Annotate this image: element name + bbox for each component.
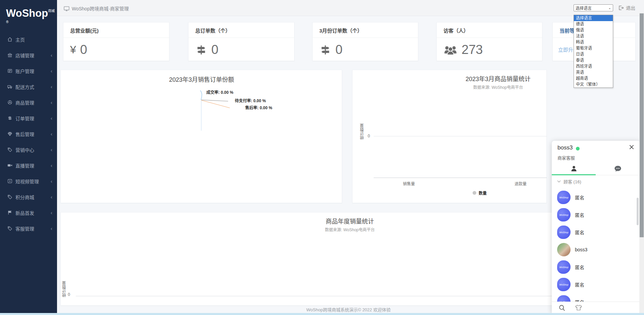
sidebar-item-label: 订单管理: [15, 115, 34, 122]
sidebar-item-order-mgmt[interactable]: 订单管理 ‹: [0, 110, 57, 126]
language-option[interactable]: 选择语言: [574, 15, 613, 21]
stat-number: 0: [211, 43, 218, 57]
list-item[interactable]: WoShop 匿名: [552, 189, 640, 206]
page-scrollbar[interactable]: [639, 13, 644, 313]
gem-icon: [7, 131, 12, 136]
sidebar-item-label: 账户管理: [15, 68, 34, 74]
monthly-category-refunds: 退款量: [515, 181, 527, 186]
stat-label: 访客（人）: [437, 22, 542, 38]
sidebar-item-new-launch[interactable]: 新品首发 ‹: [0, 205, 57, 220]
language-option[interactable]: 法语: [574, 33, 613, 39]
chevron-left-icon: ‹: [51, 115, 52, 121]
avatar: WoShop: [557, 295, 571, 302]
language-option[interactable]: 韩语: [574, 39, 613, 45]
monthly-y-tick: 0: [365, 134, 370, 138]
stat-value: 0: [189, 38, 294, 62]
list-item[interactable]: WoShop 匿名: [552, 258, 640, 276]
chat-scrollbar-thumb[interactable]: [637, 198, 639, 225]
chat-member-list: WoShop 匿名 WoShop 匿名 WoShop 匿名 boss3 WoSh…: [552, 189, 640, 302]
language-option[interactable]: 英语: [574, 69, 613, 75]
legend-marker: [473, 191, 476, 195]
language-option[interactable]: 中文（繁体）: [574, 81, 613, 87]
stat-value: ¥ 0: [63, 38, 169, 62]
language-option[interactable]: 泰语: [574, 57, 613, 63]
chat-toolbar: [552, 302, 640, 313]
language-option[interactable]: 越南语: [574, 75, 613, 81]
sidebar-item-account-mgmt[interactable]: 账户管理 ‹: [0, 63, 57, 79]
stat-value: 0: [313, 38, 418, 62]
sidebar-item-label: 店铺管理: [15, 52, 34, 59]
online-status-dot: [576, 147, 580, 150]
member-name: 匿名: [575, 281, 584, 288]
language-select[interactable]: 选择语言 ⌄: [574, 4, 613, 11]
page-scrollbar-thumb[interactable]: [640, 13, 644, 237]
chevron-left-icon: ‹: [51, 178, 52, 184]
sidebar-item-shop-mgmt[interactable]: 店铺管理 ‹: [0, 47, 57, 63]
active-tab-indicator: [552, 174, 596, 175]
pie-label-deal-rate: 成交率: 0.00 %: [206, 89, 233, 95]
language-option[interactable]: 西班牙语: [574, 63, 613, 69]
chevron-left-icon: ‹: [51, 100, 52, 105]
logout-button[interactable]: 退出: [618, 4, 635, 11]
sidebar-item-aftersale-mgmt[interactable]: 售后管理 ‹: [0, 126, 57, 142]
pie-label-aftersale-rate: 售后率: 0.00 %: [245, 105, 272, 110]
sidebar-item-label: 积分商城: [15, 194, 34, 200]
close-icon[interactable]: [629, 144, 635, 150]
chat-username: boss3: [557, 144, 573, 151]
chat-bubble-icon: [614, 165, 622, 172]
member-name: 匿名: [575, 194, 584, 201]
tab-contacts[interactable]: [552, 162, 596, 175]
language-option[interactable]: 俄语: [574, 27, 613, 33]
monthly-chart-subtitle: 数据来源: WoShop电商平台: [448, 84, 548, 90]
stat-number: 0: [335, 43, 342, 57]
sidebar-item-home[interactable]: 主页: [0, 32, 57, 47]
avatar: WoShop: [557, 226, 571, 239]
member-name: 匿名: [575, 299, 584, 302]
tab-conversations[interactable]: [596, 162, 640, 175]
sidebar-item-product-mgmt[interactable]: 商品管理 ‹: [0, 94, 57, 110]
chart-card-monthly: 2023年3月商品销量统计 数据来源: WoShop电商平台 统计数量 0 销售…: [352, 70, 547, 203]
person-icon: [570, 165, 578, 172]
sidebar-item-service-mgmt[interactable]: 客服管理 ‹: [0, 220, 57, 236]
chevron-left-icon: ‹: [51, 163, 52, 168]
monthly-x-axis: [374, 178, 547, 178]
language-dropdown: 选择语言 德语 俄语 法语 韩语 葡萄牙语 日语 泰语 西班牙语 英语 越南语 …: [574, 15, 613, 88]
sidebar-item-delivery[interactable]: 配送方式 ‹: [0, 79, 57, 94]
sidebar-item-points-mall[interactable]: 积分商城 ‹: [0, 189, 57, 205]
page-title: WoShop跨境商城·商家管理: [72, 5, 129, 12]
play-square-icon: [7, 179, 12, 184]
stat-label: 总营业额(元): [63, 22, 169, 38]
logout-icon: [618, 5, 624, 11]
sidebar-item-label: 营销中心: [15, 146, 34, 153]
sidebar-item-marketing[interactable]: 营销中心 ‹: [0, 142, 57, 158]
search-icon[interactable]: [558, 304, 566, 311]
chevron-left-icon: ‹: [51, 194, 52, 200]
yen-icon: ¥: [70, 44, 76, 56]
customer-group-header[interactable]: 顾客 (16): [557, 178, 581, 185]
home-icon: [7, 37, 12, 42]
truck-icon: [7, 84, 12, 89]
list-item[interactable]: WoShop 匿名: [552, 224, 640, 241]
sidebar-item-label: 直播管理: [15, 162, 34, 169]
list-item[interactable]: WoShop 匿名: [552, 206, 640, 224]
monthly-legend[interactable]: 数量: [473, 190, 487, 196]
logo: WoShop商城®: [0, 0, 57, 25]
monthly-chart-title: 2023年3月商品销量统计: [448, 74, 548, 83]
sidebar-item-live-mgmt[interactable]: 直播管理 ‹: [0, 158, 57, 173]
list-item[interactable]: WoShop 匿名: [552, 276, 640, 293]
list-item[interactable]: boss3: [552, 241, 640, 258]
sidebar-item-shortvideo-mgmt[interactable]: 短视频管理 ‹: [0, 173, 57, 189]
language-option[interactable]: 日语: [574, 51, 613, 57]
yearly-y-tick: 0: [65, 292, 70, 297]
horizontal-scrollbar[interactable]: [0, 313, 644, 315]
chat-role: 商家客服: [557, 154, 575, 161]
language-option[interactable]: 葡萄牙语: [574, 45, 613, 51]
monthly-zero-gridline: [374, 136, 547, 136]
tshirt-icon[interactable]: [575, 304, 582, 311]
avatar: WoShop: [557, 278, 571, 291]
flag-icon: [7, 210, 12, 215]
avatar: WoShop: [557, 208, 571, 222]
list-item[interactable]: WoShop 匿名: [552, 293, 640, 302]
stat-value: 273: [437, 38, 542, 62]
language-option[interactable]: 德语: [574, 21, 613, 27]
